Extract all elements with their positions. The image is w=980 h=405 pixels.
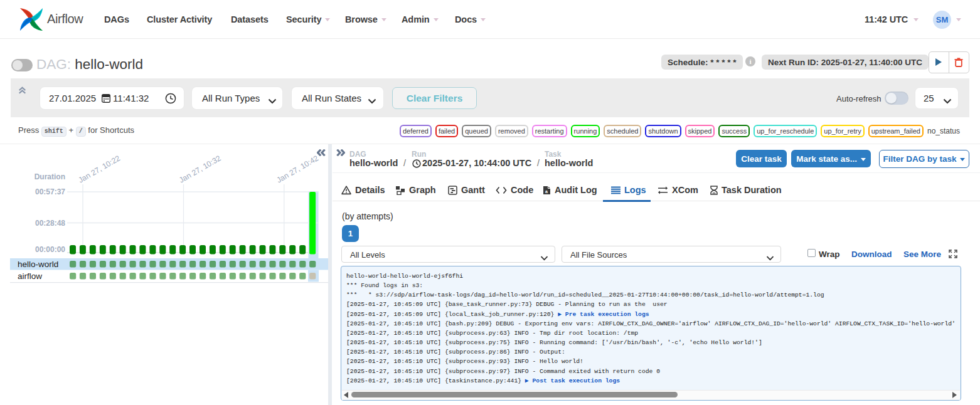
svg-text:airflow: airflow xyxy=(18,271,42,281)
svg-text:Jan 27, 10:32: Jan 27, 10:32 xyxy=(178,154,223,184)
svg-text:00:57:37: 00:57:37 xyxy=(35,187,65,196)
svg-text:Jan 27, 10:42: Jan 27, 10:42 xyxy=(275,154,321,184)
svg-text:Jan 27, 10:22: Jan 27, 10:22 xyxy=(77,154,122,184)
svg-text:00:00:00: 00:00:00 xyxy=(35,245,65,254)
svg-text:Duration: Duration xyxy=(35,172,65,181)
svg-text:00:28:48: 00:28:48 xyxy=(35,219,65,228)
svg-text:hello-world: hello-world xyxy=(18,260,58,269)
svg-text:a: a xyxy=(545,189,548,193)
